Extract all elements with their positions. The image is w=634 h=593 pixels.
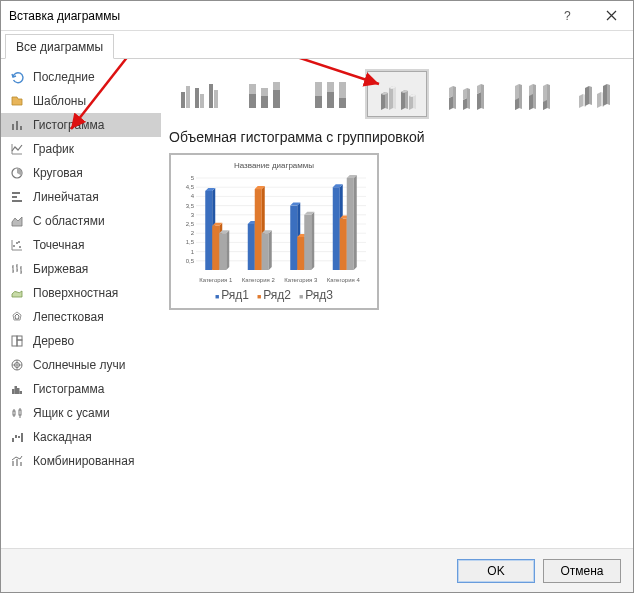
subtype-3d-column[interactable]	[565, 71, 625, 117]
svg-rect-2	[16, 121, 18, 130]
sidebar-item-sunburst[interactable]: Солнечные лучи	[1, 353, 161, 377]
combo-chart-icon	[9, 453, 25, 469]
subtype-3d-stacked-column[interactable]	[433, 71, 493, 117]
recent-icon	[9, 69, 25, 85]
sidebar-item-treemap[interactable]: Дерево	[1, 329, 161, 353]
sidebar-item-waterfall[interactable]: Каскадная	[1, 425, 161, 449]
sidebar-item-line[interactable]: График	[1, 137, 161, 161]
area-chart-icon	[9, 213, 25, 229]
svg-text:Категория 1: Категория 1	[199, 277, 233, 283]
ok-button[interactable]: OK	[457, 559, 535, 583]
sidebar-item-label: Дерево	[33, 334, 74, 348]
svg-rect-32	[181, 92, 185, 108]
subtype-3d-clustered-column[interactable]	[367, 71, 427, 117]
svg-text:0,5: 0,5	[186, 258, 195, 264]
svg-text:4: 4	[191, 193, 195, 199]
subtype-row	[169, 67, 625, 129]
sidebar-item-boxwhisker[interactable]: Ящик с усами	[1, 401, 161, 425]
sidebar-item-bar[interactable]: Линейчатая	[1, 185, 161, 209]
svg-rect-35	[200, 94, 204, 108]
svg-text:1: 1	[191, 249, 195, 255]
svg-rect-25	[18, 436, 20, 438]
svg-rect-13	[17, 336, 22, 340]
sidebar-item-surface[interactable]: Поверхностная	[1, 281, 161, 305]
close-icon	[606, 10, 617, 21]
preview-thumbnail[interactable]: Название диаграммы 0,511,522,533,544,55К…	[169, 153, 379, 310]
chart-categories-sidebar: Последние Шаблоны Гистограмма График	[1, 59, 161, 548]
stock-chart-icon	[9, 261, 25, 277]
svg-point-10	[19, 246, 21, 248]
subtype-100-stacked-column[interactable]	[301, 71, 361, 117]
insert-chart-dialog: Вставка диаграммы ? Все диаграммы Послед…	[0, 0, 634, 593]
sidebar-item-label: Точечная	[33, 238, 84, 252]
svg-rect-20	[20, 391, 23, 394]
sidebar-item-templates[interactable]: Шаблоны	[1, 89, 161, 113]
sidebar-item-histogram[interactable]: Гистограмма	[1, 377, 161, 401]
preview-chart: 0,511,522,533,544,55Категория 1Категория…	[176, 174, 372, 286]
svg-rect-34	[195, 88, 199, 108]
column-chart-icon	[9, 117, 25, 133]
dialog-footer: OK Отмена	[1, 548, 633, 592]
sidebar-item-scatter[interactable]: Точечная	[1, 233, 161, 257]
svg-text:4,5: 4,5	[186, 184, 195, 190]
radar-chart-icon	[9, 309, 25, 325]
svg-rect-39	[249, 84, 256, 94]
bar-chart-icon	[9, 189, 25, 205]
subtype-clustered-column[interactable]	[169, 71, 229, 117]
close-button[interactable]	[589, 1, 633, 31]
treemap-icon	[9, 333, 25, 349]
svg-rect-38	[249, 94, 256, 108]
sidebar-item-label: Солнечные лучи	[33, 358, 125, 372]
svg-rect-5	[12, 192, 20, 194]
sidebar-item-pie[interactable]: Круговая	[1, 161, 161, 185]
sidebar-item-label: Комбинированная	[33, 454, 134, 468]
sidebar-item-label: Ящик с усами	[33, 406, 110, 420]
preview-legend: Ряд1 Ряд2 Ряд3	[215, 286, 333, 304]
svg-rect-33	[186, 86, 190, 108]
help-button[interactable]: ?	[545, 1, 589, 31]
subtype-3d-100-stacked-column[interactable]	[499, 71, 559, 117]
line-chart-icon	[9, 141, 25, 157]
svg-rect-43	[273, 82, 280, 90]
sidebar-item-label: Каскадная	[33, 430, 92, 444]
sidebar-item-area[interactable]: С областями	[1, 209, 161, 233]
tab-all-charts[interactable]: Все диаграммы	[5, 34, 114, 59]
sidebar-item-combo[interactable]: Комбинированная	[1, 449, 161, 473]
svg-text:Категория 2: Категория 2	[242, 277, 276, 283]
sidebar-item-column[interactable]: Гистограмма	[1, 113, 161, 137]
waterfall-icon	[9, 429, 25, 445]
svg-text:Категория 4: Категория 4	[327, 277, 361, 283]
sidebar-item-recent[interactable]: Последние	[1, 65, 161, 89]
main-pane: Объемная гистограмма с группировкой Назв…	[161, 59, 633, 548]
templates-icon	[9, 93, 25, 109]
dialog-title: Вставка диаграммы	[9, 9, 545, 23]
svg-rect-23	[12, 438, 14, 442]
sidebar-item-label: Последние	[33, 70, 95, 84]
svg-rect-47	[327, 92, 334, 108]
help-icon: ?	[561, 10, 573, 22]
sidebar-item-label: График	[33, 142, 74, 156]
svg-point-8	[13, 245, 15, 247]
subtype-name: Объемная гистограмма с группировкой	[169, 129, 625, 145]
titlebar: Вставка диаграммы ?	[1, 1, 633, 31]
sidebar-item-radar[interactable]: Лепестковая	[1, 305, 161, 329]
surface-chart-icon	[9, 285, 25, 301]
svg-rect-17	[12, 389, 15, 394]
svg-rect-40	[261, 96, 268, 108]
svg-rect-28	[16, 459, 18, 466]
svg-text:?: ?	[564, 10, 571, 22]
svg-point-9	[16, 242, 18, 244]
pie-chart-icon	[9, 165, 25, 181]
svg-text:5: 5	[191, 175, 195, 181]
svg-rect-19	[17, 388, 20, 394]
sidebar-item-stock[interactable]: Биржевая	[1, 257, 161, 281]
svg-rect-3	[20, 126, 22, 130]
cancel-button[interactable]: Отмена	[543, 559, 621, 583]
scatter-chart-icon	[9, 237, 25, 253]
svg-rect-41	[261, 88, 268, 96]
svg-rect-7	[12, 200, 22, 202]
svg-rect-37	[214, 90, 218, 108]
sidebar-item-label: Круговая	[33, 166, 83, 180]
svg-rect-26	[21, 433, 23, 442]
subtype-stacked-column[interactable]	[235, 71, 295, 117]
